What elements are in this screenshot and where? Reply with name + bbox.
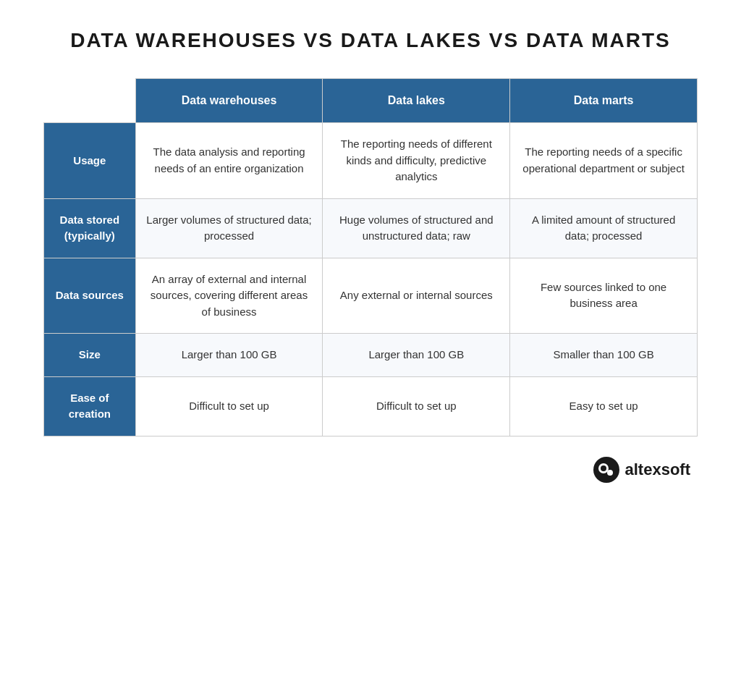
altexsoft-logo-icon	[593, 457, 619, 483]
cell-row3-col1: Larger than 100 GB	[323, 334, 510, 377]
row-header-0: Usage	[44, 123, 136, 199]
row-header-2: Data sources	[44, 258, 136, 334]
cell-row3-col2: Smaller than 100 GB	[510, 334, 698, 377]
footer: altexsoft	[43, 457, 698, 483]
cell-row1-col0: Larger volumes of structured data; proce…	[135, 198, 323, 258]
cell-row4-col1: Difficult to set up	[323, 376, 510, 436]
cell-row2-col1: Any external or internal sources	[323, 258, 510, 334]
table-row: Ease of creationDifficult to set upDiffi…	[44, 376, 698, 436]
table-row: Data stored (typically)Larger volumes of…	[44, 198, 698, 258]
cell-row2-col2: Few sources linked to one business area	[510, 258, 698, 334]
logo-text: altexsoft	[625, 460, 690, 479]
cell-row0-col2: The reporting needs of a specific operat…	[510, 123, 698, 199]
svg-point-2	[601, 465, 606, 471]
cell-row2-col0: An array of external and internal source…	[135, 258, 323, 334]
svg-point-3	[607, 470, 613, 476]
cell-row4-col2: Easy to set up	[510, 376, 698, 436]
row-header-3: Size	[44, 334, 136, 377]
cell-row3-col0: Larger than 100 GB	[135, 334, 323, 377]
logo-container: altexsoft	[593, 457, 690, 483]
cell-row0-col1: The reporting needs of different kinds a…	[323, 123, 510, 199]
table-header-row: Data warehouses Data lakes Data marts	[44, 79, 698, 123]
comparison-table: Data warehouses Data lakes Data marts Us…	[43, 78, 698, 437]
cell-row0-col0: The data analysis and reporting needs of…	[135, 123, 323, 199]
row-header-1: Data stored (typically)	[44, 198, 136, 258]
table-row: SizeLarger than 100 GBLarger than 100 GB…	[44, 334, 698, 377]
page-container: DATA WAREHOUSES VS DATA LAKES VS DATA MA…	[0, 0, 741, 700]
header-warehouses: Data warehouses	[135, 79, 323, 123]
cell-row4-col0: Difficult to set up	[135, 376, 323, 436]
header-lakes: Data lakes	[323, 79, 510, 123]
row-header-4: Ease of creation	[44, 376, 136, 436]
table-row: Data sourcesAn array of external and int…	[44, 258, 698, 334]
table-row: UsageThe data analysis and reporting nee…	[44, 123, 698, 199]
page-title: DATA WAREHOUSES VS DATA LAKES VS DATA MA…	[70, 29, 671, 52]
cell-row1-col1: Huge volumes of structured and unstructu…	[323, 198, 510, 258]
header-marts: Data marts	[510, 79, 698, 123]
header-empty	[44, 79, 136, 123]
cell-row1-col2: A limited amount of structured data; pro…	[510, 198, 698, 258]
